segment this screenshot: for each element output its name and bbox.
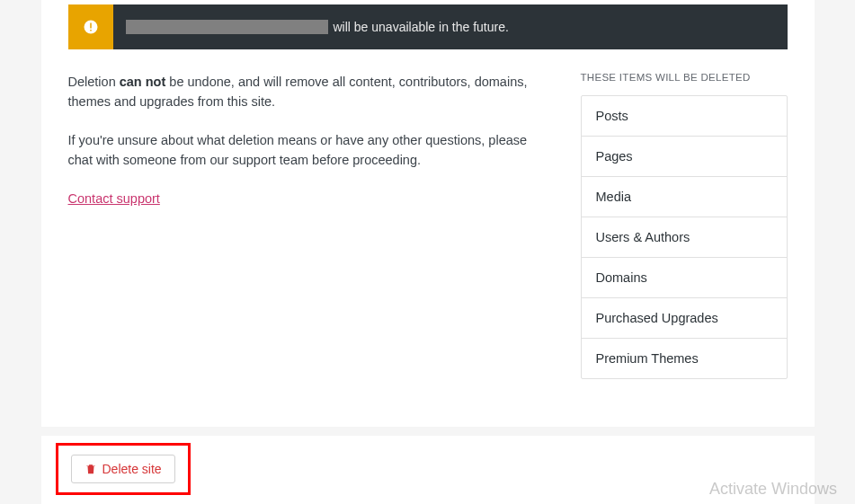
delete-site-card: will be unavailable in the future. Delet… [41, 0, 815, 427]
contact-support-link[interactable]: Contact support [68, 191, 160, 206]
redacted-sitename [126, 20, 328, 34]
trash-icon [85, 463, 97, 475]
list-item: Premium Themes [582, 339, 787, 378]
delete-site-label: Delete site [102, 462, 162, 476]
warning-suffix: will be unavailable in the future. [334, 20, 509, 34]
delete-button-highlight: Delete site [56, 443, 191, 495]
description-column: Deletion can not be undone, and will rem… [68, 72, 545, 379]
svg-rect-3 [89, 468, 90, 473]
delete-site-button[interactable]: Delete site [71, 455, 175, 483]
warning-banner: will be unavailable in the future. [68, 4, 788, 49]
svg-rect-4 [91, 468, 92, 473]
svg-rect-2 [90, 30, 92, 31]
list-item: Users & Authors [582, 217, 787, 258]
deleted-items-column: THESE ITEMS WILL BE DELETED Posts Pages … [581, 72, 788, 379]
warning-text: will be unavailable in the future. [113, 4, 788, 49]
exclamation-icon [83, 19, 99, 35]
svg-rect-1 [90, 23, 92, 29]
list-item: Purchased Upgrades [582, 298, 787, 339]
list-item: Domains [582, 258, 787, 298]
list-item: Media [582, 177, 787, 217]
deleted-items-heading: THESE ITEMS WILL BE DELETED [581, 72, 788, 83]
footer-bar: Delete site [41, 436, 815, 504]
deleted-items-list: Posts Pages Media Users & Authors Domain… [581, 95, 788, 379]
list-item: Posts [582, 96, 787, 137]
list-item: Pages [582, 137, 787, 177]
deletion-warning-paragraph: Deletion can not be undone, and will rem… [68, 72, 545, 112]
unsure-paragraph: If you're unsure about what deletion mea… [68, 130, 545, 171]
warning-icon-box [68, 4, 113, 49]
